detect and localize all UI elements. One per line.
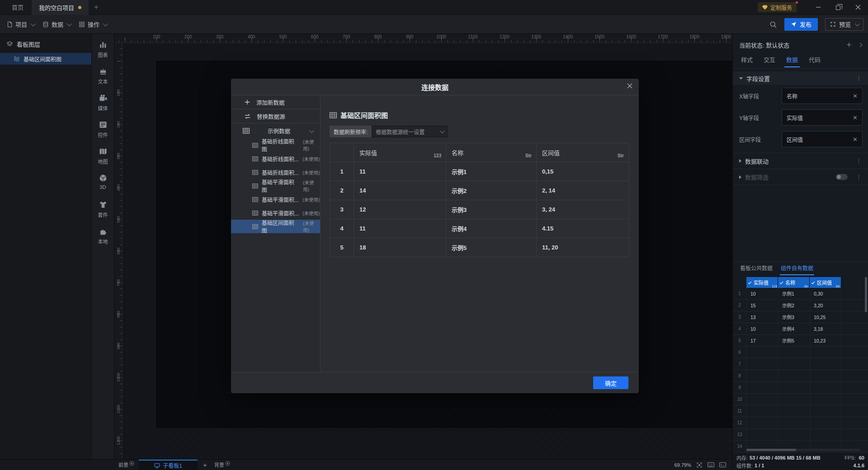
data-filter-toggle[interactable] (836, 174, 848, 180)
scrollbar-thumb[interactable] (746, 449, 796, 451)
component-media[interactable]: 媒体 (98, 94, 108, 120)
close-window-button[interactable] (848, 0, 868, 15)
field-settings-section[interactable]: 字段设置 ⋮ (733, 71, 868, 85)
confirm-button[interactable]: 确定 (593, 376, 628, 389)
minimize-button[interactable] (808, 0, 828, 15)
layer-item-selected[interactable]: 基础区间面积图 (0, 53, 91, 65)
new-tab-button[interactable]: + (89, 3, 104, 12)
grid-row[interactable]: 9 (733, 382, 868, 394)
interval-field-input[interactable]: 区间值 ✕ (782, 131, 863, 147)
table-row[interactable]: 4 11 示例4 4.15 (330, 219, 629, 238)
y-axis-field-input[interactable]: 实际值 ✕ (782, 109, 863, 126)
menu-project[interactable]: 项目 (6, 20, 34, 28)
grid-row[interactable]: 7 (733, 358, 868, 370)
dataset-item[interactable]: 基础折线面积... (未使用) (231, 165, 320, 179)
grid-row[interactable]: 1 10 示例1 0,30 (733, 288, 868, 300)
add-circle-icon[interactable] (129, 461, 134, 466)
tab-board-public-data[interactable]: 看板公共数据 (740, 262, 773, 276)
more-options-icon[interactable]: ⋮ (856, 159, 862, 163)
tab-data[interactable]: 数据 (786, 56, 798, 69)
data-filter-section[interactable]: 数据筛选 ⋮ (733, 169, 868, 185)
component-text[interactable]: 文本 (98, 67, 108, 94)
menu-data[interactable]: 数据 (42, 20, 71, 28)
horizontal-scrollbar[interactable] (746, 449, 860, 451)
grid-row[interactable]: 6 (733, 347, 868, 358)
add-state-icon[interactable] (846, 42, 852, 48)
sample-data-label: 示例数据 (250, 127, 308, 135)
table-row[interactable]: 5 18 示例5 11, 20 (330, 238, 629, 257)
grid-col-name[interactable]: 名称 Str. (778, 277, 810, 288)
clear-field-icon[interactable]: ✕ (853, 114, 858, 121)
modal-close-button[interactable] (627, 83, 633, 89)
tab-interaction[interactable]: 交互 (764, 56, 775, 69)
zoom-level[interactable]: 69.79% (675, 462, 691, 468)
component-3d[interactable]: 3D (99, 174, 108, 200)
column-actual-value[interactable]: 实际值 123 (354, 143, 446, 162)
grid-col-actual-value[interactable]: 实际值 123 (746, 277, 778, 288)
more-options-icon[interactable]: ⋮ (856, 76, 862, 80)
dataset-item[interactable]: 基础平滑面积... (未使用) (231, 206, 320, 220)
tab-component-own-data[interactable]: 组件自有数据 (781, 262, 813, 276)
sample-data-group[interactable]: 示例数据 (231, 123, 320, 138)
fit-screen-icon[interactable] (696, 462, 703, 468)
add-board-button[interactable]: + (203, 461, 207, 469)
replace-data-source-button[interactable]: 替换数据源 (231, 109, 320, 123)
terminal-icon[interactable] (719, 462, 726, 468)
grid-row[interactable]: 3 13 示例3 10,25 (733, 311, 868, 323)
grid-row[interactable]: 12 (733, 417, 868, 429)
layer-item-label: 基础区间面积图 (24, 55, 61, 63)
cell-name: 示例3 (446, 200, 537, 219)
grid-row[interactable]: 13 (733, 429, 868, 441)
more-options-icon[interactable]: ⋮ (856, 175, 862, 179)
background-group[interactable]: 背景 (214, 460, 230, 470)
keyboard-icon[interactable] (708, 462, 714, 468)
add-circle-icon[interactable] (225, 461, 230, 466)
grid-col-label: 实际值 (754, 279, 769, 286)
component-kits[interactable]: 套件 (98, 200, 108, 227)
grid-row[interactable]: 4 10 示例4 3,18 (733, 323, 868, 335)
table-row[interactable]: 3 12 示例3 3, 24 (330, 200, 629, 219)
tab-style[interactable]: 样式 (741, 56, 753, 69)
cell-name (778, 370, 810, 381)
grid-col-interval[interactable]: 区间值 Str. (810, 277, 841, 288)
preview-button[interactable]: 预览 (825, 18, 863, 31)
component-widgets[interactable]: 控件 (98, 120, 108, 147)
tab-home[interactable]: 首页 (4, 0, 32, 15)
dataset-item[interactable]: 基础平滑面积... (未使用) (231, 193, 320, 206)
grid-row[interactable]: 2 15 示例2 3,20 (733, 300, 868, 311)
publish-button[interactable]: 发布 (784, 18, 818, 31)
clear-field-icon[interactable]: ✕ (853, 93, 858, 99)
foreground-group[interactable]: 前景 (118, 460, 134, 470)
column-name[interactable]: 名称 Str (446, 143, 537, 162)
column-interval[interactable]: 区间值 Str (537, 143, 629, 162)
vertical-scrollbar[interactable] (865, 277, 867, 312)
dataset-name: 基础折线面积图 (262, 137, 299, 153)
clear-field-icon[interactable]: ✕ (853, 136, 858, 143)
dataset-item[interactable]: 基础平滑面积图 (未使用) (231, 179, 320, 193)
chevron-right-icon[interactable] (858, 42, 863, 47)
menu-action[interactable]: 操作 (79, 20, 107, 28)
tab-code[interactable]: 代码 (809, 56, 821, 69)
table-row[interactable]: 2 14 示例2 2, 14 (330, 181, 629, 200)
refresh-rate-select[interactable]: 根据数据源统一设置 (372, 126, 448, 137)
data-link-section[interactable]: 数据联动 ⋮ (733, 153, 868, 169)
component-map[interactable]: 地图 (98, 147, 108, 174)
ruler-number: 300 (114, 140, 122, 172)
add-new-data-button[interactable]: 添加新数据 (231, 95, 320, 109)
component-charts[interactable]: 图表 (98, 40, 108, 67)
restore-button[interactable] (828, 0, 848, 15)
component-local[interactable]: 本地 (98, 227, 108, 254)
grid-row[interactable]: 8 (733, 370, 868, 382)
tab-project[interactable]: 我的空白项目 (32, 0, 89, 15)
grid-row[interactable]: 5 17 示例5 10,23 (733, 335, 868, 347)
grid-row[interactable]: 11 (733, 405, 868, 417)
dataset-item[interactable]: 基础折线面积图 (未使用) (231, 138, 320, 152)
x-axis-field-input[interactable]: 名称 ✕ (782, 88, 863, 104)
table-row[interactable]: 1 11 示例1 0,15 (330, 162, 629, 181)
dataset-item[interactable]: 基础区间面积图 (未使用) (231, 220, 320, 233)
custom-service-badge[interactable]: 定制服务 (758, 2, 797, 12)
search-icon[interactable] (769, 20, 777, 28)
subboard-tab[interactable]: 子看板1 (139, 460, 198, 470)
dataset-item[interactable]: 基础折线面积... (未使用) (231, 152, 320, 165)
grid-row[interactable]: 10 (733, 394, 868, 405)
